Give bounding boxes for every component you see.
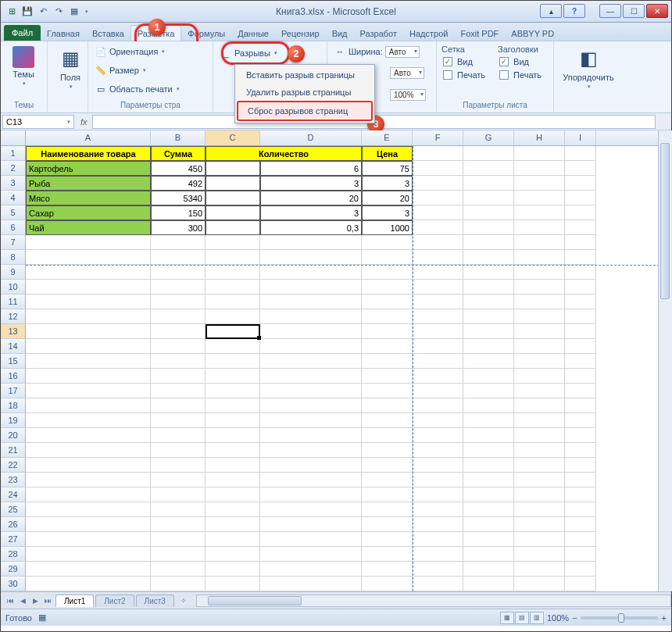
cell[interactable] — [413, 532, 463, 547]
cell[interactable] — [26, 398, 151, 413]
cell[interactable] — [26, 295, 151, 309]
cell[interactable] — [260, 354, 362, 369]
cell[interactable] — [514, 487, 565, 502]
cell[interactable] — [514, 339, 565, 354]
cell[interactable] — [413, 235, 463, 250]
cell[interactable] — [514, 473, 565, 487]
cell[interactable] — [514, 517, 565, 532]
cell[interactable] — [565, 428, 596, 443]
sheet-nav-first[interactable]: ⏮ — [4, 595, 16, 607]
cell[interactable] — [206, 428, 260, 443]
cell[interactable] — [260, 339, 362, 354]
cell[interactable] — [413, 295, 463, 309]
cell[interactable] — [565, 547, 596, 562]
cell[interactable] — [362, 398, 413, 413]
cell[interactable] — [565, 191, 596, 205]
cell[interactable]: Мясо — [26, 191, 151, 205]
cell[interactable] — [26, 309, 151, 324]
cell[interactable] — [463, 309, 514, 324]
cell[interactable] — [463, 458, 514, 473]
menu-reset-breaks[interactable]: Сброс разрывов страниц — [237, 101, 373, 121]
zoom-value[interactable]: 100% — [547, 613, 569, 623]
cell[interactable] — [413, 547, 463, 562]
cell[interactable] — [514, 547, 565, 562]
cell[interactable] — [463, 161, 514, 176]
cell[interactable] — [26, 562, 151, 577]
cell[interactable]: 3 — [260, 176, 362, 191]
cell[interactable] — [463, 265, 514, 280]
cell[interactable] — [565, 280, 596, 295]
cell[interactable] — [260, 547, 362, 562]
row-header[interactable]: 29 — [1, 562, 26, 577]
cell[interactable] — [151, 443, 206, 458]
cell[interactable] — [260, 309, 362, 324]
cell[interactable]: 75 — [362, 161, 413, 176]
cell[interactable] — [514, 280, 565, 295]
cell[interactable] — [206, 176, 260, 191]
cell[interactable] — [260, 265, 362, 280]
height-combo[interactable]: Авто — [390, 67, 424, 79]
cell[interactable] — [362, 473, 413, 487]
cell[interactable] — [565, 176, 596, 191]
cell[interactable] — [463, 220, 514, 235]
cell[interactable] — [26, 473, 151, 487]
cell[interactable] — [151, 280, 206, 295]
cell[interactable] — [565, 473, 596, 487]
cell[interactable] — [206, 265, 260, 280]
arrange-button[interactable]: ◧ Упорядочить ▾ — [559, 45, 618, 91]
undo-icon[interactable]: ↶ — [37, 5, 49, 18]
new-sheet-button[interactable]: ✧ — [177, 595, 190, 607]
cell[interactable] — [514, 146, 565, 161]
headings-view-checkbox[interactable]: ✓Вид — [498, 56, 543, 67]
cell[interactable] — [362, 413, 413, 428]
cell[interactable] — [514, 562, 565, 577]
cell[interactable] — [151, 354, 206, 369]
cell[interactable] — [260, 517, 362, 532]
cell[interactable] — [206, 280, 260, 295]
row-header[interactable]: 30 — [1, 577, 26, 591]
cell[interactable] — [463, 398, 514, 413]
print-area-button[interactable]: ▭Область печати▾ — [93, 82, 208, 96]
cell[interactable] — [26, 458, 151, 473]
cell[interactable]: Цена — [362, 146, 413, 161]
cell[interactable] — [26, 235, 151, 250]
row-header[interactable]: 17 — [1, 384, 26, 398]
horizontal-scrollbar[interactable] — [196, 595, 671, 607]
cell[interactable] — [26, 577, 151, 591]
cell[interactable] — [514, 398, 565, 413]
cell[interactable] — [206, 532, 260, 547]
row-header[interactable]: 21 — [1, 443, 26, 458]
cell[interactable] — [413, 413, 463, 428]
cell[interactable] — [362, 562, 413, 577]
cell[interactable] — [260, 577, 362, 591]
cell[interactable] — [206, 309, 260, 324]
cell[interactable] — [413, 384, 463, 398]
cell[interactable] — [206, 191, 260, 205]
cell[interactable] — [413, 176, 463, 191]
cell[interactable] — [206, 577, 260, 591]
row-header[interactable]: 12 — [1, 309, 26, 324]
cell[interactable] — [151, 369, 206, 384]
cell[interactable] — [151, 562, 206, 577]
cell[interactable] — [565, 532, 596, 547]
cell[interactable] — [463, 428, 514, 443]
row-header[interactable]: 26 — [1, 517, 26, 532]
cell[interactable] — [151, 517, 206, 532]
cell[interactable]: Картофель — [26, 161, 151, 176]
cell[interactable] — [206, 220, 260, 235]
cell[interactable] — [151, 324, 206, 339]
tab-foxit[interactable]: Foxit PDF — [454, 26, 505, 41]
cell[interactable] — [463, 250, 514, 265]
margins-button[interactable]: ▦ Поля ▾ — [52, 45, 88, 91]
cell[interactable] — [413, 205, 463, 220]
qat-icon[interactable]: ▦ — [68, 5, 80, 18]
cell[interactable] — [26, 280, 151, 295]
row-header[interactable]: 25 — [1, 502, 26, 517]
cell[interactable] — [362, 517, 413, 532]
cell[interactable] — [26, 369, 151, 384]
row-header[interactable]: 14 — [1, 339, 26, 354]
vertical-scrollbar[interactable] — [658, 130, 672, 591]
cell[interactable] — [413, 398, 463, 413]
zoom-slider-thumb[interactable] — [618, 613, 624, 623]
cell[interactable] — [206, 384, 260, 398]
